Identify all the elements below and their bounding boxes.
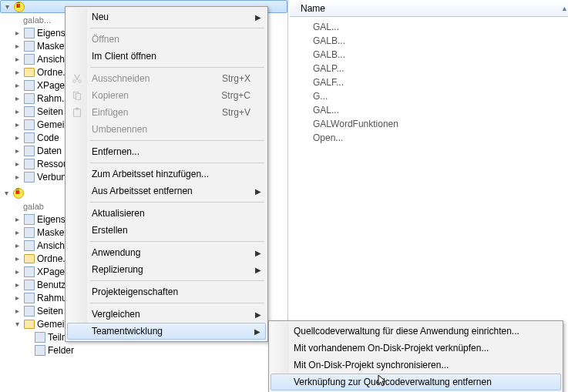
- expand-icon[interactable]: ▸: [12, 215, 22, 223]
- menu-label: Erstellen: [92, 225, 128, 236]
- expand-icon[interactable]: ▸: [12, 254, 22, 263]
- expand-icon[interactable]: ▸: [12, 120, 22, 129]
- list-item[interactable]: GALF...: [313, 75, 568, 89]
- expand-icon[interactable]: ▸: [12, 267, 22, 276]
- menu-workingset-remove[interactable]: Aus Arbeitsset entfernen ▶: [67, 183, 266, 199]
- menu-new[interactable]: Neu ▶: [67, 8, 266, 25]
- menu-copy: Kopieren Strg+C: [67, 87, 266, 104]
- svg-point-0: [73, 80, 76, 83]
- menu-workingset-add[interactable]: Zum Arbeitsset hinzufügen...: [67, 166, 266, 183]
- expand-icon[interactable]: ▸: [12, 228, 22, 236]
- file-icon: [23, 53, 35, 65]
- menu-open-client[interactable]: Im Client öffnen: [67, 48, 266, 65]
- expand-icon[interactable]: ▸: [12, 241, 22, 250]
- menu-label: Projekteigenschaften: [92, 286, 178, 297]
- menu-separator: [90, 140, 264, 141]
- sort-indicator-icon: ▲: [561, 5, 568, 12]
- folder-icon: [23, 253, 35, 265]
- expand-icon[interactable]: ▸: [12, 28, 22, 37]
- svg-rect-5: [76, 108, 79, 110]
- submenu-arrow-icon: ▶: [255, 13, 261, 22]
- menu-compare[interactable]: Vergleichen ▶: [67, 306, 266, 323]
- team-submenu: Quellcodeverwaltung für diese Anwendung …: [268, 320, 563, 392]
- menu-shortcut: Strg+V: [222, 107, 250, 118]
- submenu-link-ondisk[interactable]: Mit vorhandenem On-Disk-Projekt verknüpf…: [271, 340, 561, 357]
- menu-label: Teamentwicklung: [92, 326, 163, 337]
- menu-separator: [90, 162, 264, 163]
- list-item[interactable]: GALP...: [313, 62, 568, 75]
- column-header[interactable]: Name ▲: [290, 0, 568, 17]
- menu-label: Neu: [92, 12, 109, 22]
- menu-label: Ausschneiden: [92, 73, 150, 84]
- context-menu: Neu ▶ Öffnen Im Client öffnen Ausschneid…: [65, 6, 268, 342]
- file-icon: [23, 106, 35, 118]
- file-icon: [23, 40, 35, 52]
- file-icon: [23, 292, 35, 304]
- menu-separator: [90, 28, 264, 28]
- tree-label: Code: [37, 132, 59, 143]
- menu-label: Aktualisieren: [92, 208, 145, 219]
- file-icon: [34, 331, 46, 343]
- paste-icon: [72, 107, 82, 118]
- submenu-setup-scm[interactable]: Quellcodeverwaltung für diese Anwendung …: [271, 323, 561, 340]
- menu-shortcut: Strg+C: [221, 90, 250, 101]
- list-item[interactable]: Open...: [313, 131, 568, 145]
- list-item[interactable]: GALB...: [313, 34, 568, 48]
- menu-remove[interactable]: Entfernen...: [67, 143, 266, 160]
- expand-icon[interactable]: ▾: [12, 320, 22, 328]
- tree-item[interactable]: Felder: [0, 343, 287, 357]
- svg-rect-3: [76, 93, 80, 99]
- menu-application[interactable]: Anwendung ▶: [67, 244, 266, 261]
- menu-label: Mit On-Disk-Projekt synchronisieren...: [294, 360, 449, 370]
- submenu-sync-ondisk[interactable]: Mit On-Disk-Projekt synchronisieren...: [271, 357, 561, 374]
- expand-icon[interactable]: ▸: [12, 280, 22, 289]
- menu-paste: Einfügen Strg+V: [67, 104, 266, 121]
- expand-icon[interactable]: ▸: [12, 68, 22, 76]
- expand-icon[interactable]: ▸: [12, 146, 22, 155]
- list-item[interactable]: GAL...: [313, 20, 568, 34]
- expand-icon[interactable]: ▸: [12, 159, 22, 168]
- file-icon: [23, 171, 35, 183]
- menu-separator: [90, 67, 264, 68]
- expand-icon[interactable]: ▸: [12, 293, 22, 302]
- menu-cut: Ausschneiden Strg+X: [67, 70, 266, 87]
- submenu-arrow-icon: ▶: [254, 327, 260, 336]
- expand-icon[interactable]: ▸: [12, 55, 22, 63]
- expand-icon[interactable]: ▸: [12, 81, 22, 89]
- menu-label: Umbenennen: [92, 124, 147, 135]
- expand-icon[interactable]: ▸: [12, 173, 22, 181]
- expand-icon[interactable]: ▸: [12, 307, 22, 315]
- menu-label: Entfernen...: [92, 146, 139, 157]
- menu-label: Replizierung: [92, 264, 143, 275]
- file-icon: [23, 27, 35, 39]
- list-item[interactable]: GAL...: [313, 103, 568, 117]
- list-item[interactable]: GALB...: [313, 48, 568, 62]
- menu-replication[interactable]: Replizierung ▶: [67, 261, 266, 278]
- expand-icon[interactable]: ▸: [12, 107, 22, 116]
- list-item[interactable]: GALWordFunktionen: [313, 117, 568, 131]
- menu-label: Öffnen: [92, 34, 119, 45]
- submenu-remove-scm-link[interactable]: Verknüpfung zur Quellcodeverwaltung entf…: [271, 374, 561, 390]
- menu-build[interactable]: Erstellen: [67, 222, 266, 239]
- menu-label: Quellcodeverwaltung für diese Anwendung …: [294, 326, 519, 337]
- file-icon: [23, 145, 35, 157]
- cut-icon: [72, 73, 82, 84]
- file-icon: [23, 240, 35, 252]
- expand-icon[interactable]: ▸: [12, 42, 22, 50]
- expand-icon[interactable]: ▾: [2, 189, 11, 197]
- menu-separator: [90, 202, 264, 203]
- menu-label: Verknüpfung zur Quellcodeverwaltung entf…: [294, 377, 492, 387]
- file-icon: [23, 92, 35, 105]
- list-item[interactable]: G...: [313, 89, 568, 103]
- menu-team[interactable]: Teamentwicklung ▶: [67, 323, 266, 340]
- folder-icon: [23, 66, 35, 79]
- file-icon: [23, 213, 35, 226]
- expand-icon[interactable]: ▸: [12, 133, 22, 142]
- menu-separator: [90, 303, 264, 303]
- menu-refresh[interactable]: Aktualisieren: [67, 205, 266, 222]
- file-icon: [23, 279, 35, 291]
- menu-project-properties[interactable]: Projekteigenschaften: [67, 283, 266, 300]
- expand-icon[interactable]: ▾: [2, 2, 12, 11]
- menu-separator: [90, 280, 264, 281]
- expand-icon[interactable]: ▸: [12, 94, 22, 102]
